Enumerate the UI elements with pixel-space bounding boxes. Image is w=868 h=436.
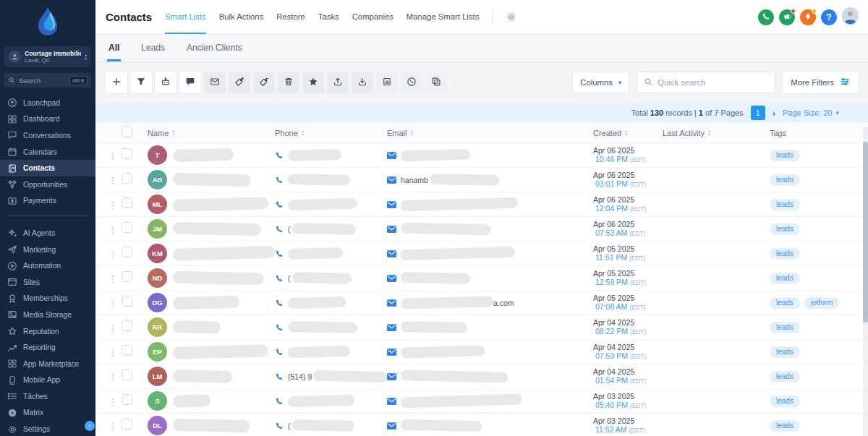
row-checkbox[interactable] bbox=[122, 345, 132, 356]
tab-bulk-actions[interactable]: Bulk Actions bbox=[219, 0, 264, 34]
sort-icon[interactable]: ▲▼ bbox=[171, 129, 175, 136]
tag-pill[interactable]: leads bbox=[770, 199, 800, 210]
email-icon[interactable] bbox=[387, 324, 396, 331]
sidebar-item-matrix[interactable]: Matrix bbox=[0, 405, 95, 422]
tab-manage-smart-lists[interactable]: Manage Smart Lists bbox=[407, 0, 479, 34]
contacts-settings-gear-icon[interactable] bbox=[506, 12, 516, 22]
phone-icon[interactable] bbox=[275, 225, 284, 234]
sidebar-item-sites[interactable]: Sites bbox=[0, 274, 95, 291]
tag-plus-button[interactable] bbox=[229, 72, 250, 93]
sidebar-item-conversations[interactable]: Conversations bbox=[0, 127, 95, 144]
phone-icon[interactable] bbox=[275, 151, 284, 160]
sidebar-item-settings[interactable]: Settings bbox=[0, 421, 95, 436]
email-icon[interactable] bbox=[387, 226, 396, 233]
tag-pill[interactable]: leads bbox=[770, 174, 800, 186]
phone-icon[interactable] bbox=[275, 422, 284, 430]
phone-icon[interactable] bbox=[275, 323, 284, 332]
email-icon[interactable] bbox=[387, 349, 396, 356]
email-icon[interactable] bbox=[387, 398, 396, 405]
table-row[interactable]: ⋮ND(Apr 05 202512:59 PM (EDT)leads bbox=[95, 266, 868, 291]
sort-icon[interactable]: ▲▼ bbox=[410, 129, 414, 136]
sidebar-item-payments[interactable]: Payments bbox=[0, 193, 95, 210]
email-icon[interactable] bbox=[387, 201, 396, 208]
table-row[interactable]: ⋮EPApr 04 202507:53 PM (EDT)leads bbox=[95, 340, 868, 364]
sidebar-item-reputation[interactable]: Reputation bbox=[0, 323, 95, 340]
next-page-icon[interactable]: › bbox=[773, 108, 775, 119]
tab-companies[interactable]: Companies bbox=[352, 0, 393, 34]
robot-button[interactable] bbox=[155, 72, 176, 93]
vertical-scrollbar[interactable] bbox=[863, 127, 868, 436]
tag-pill[interactable]: leads bbox=[770, 346, 800, 358]
phone-icon[interactable] bbox=[275, 274, 284, 283]
table-row[interactable]: ⋮KMApr 05 202511:51 PM (EDT)leads bbox=[95, 241, 868, 266]
trash-button[interactable] bbox=[278, 72, 299, 93]
row-menu-button[interactable]: ⋮ bbox=[106, 200, 120, 210]
row-menu-button[interactable]: ⋮ bbox=[106, 348, 120, 358]
sidebar-item-t-ches[interactable]: Tâches bbox=[0, 388, 95, 405]
row-menu-button[interactable]: ⋮ bbox=[106, 274, 120, 284]
notifications-button[interactable] bbox=[800, 9, 816, 25]
sidebar-item-marketing[interactable]: Marketing bbox=[0, 241, 95, 258]
tag-pill[interactable]: leads bbox=[770, 396, 800, 407]
row-menu-button[interactable]: ⋮ bbox=[106, 397, 120, 407]
row-checkbox[interactable] bbox=[122, 247, 132, 257]
phone-icon[interactable] bbox=[275, 176, 284, 184]
email-icon[interactable] bbox=[387, 299, 396, 307]
phone-icon[interactable] bbox=[275, 299, 284, 307]
smart-list-tab-all[interactable]: All bbox=[107, 37, 121, 61]
row-checkbox[interactable] bbox=[122, 369, 132, 380]
row-checkbox[interactable] bbox=[122, 296, 132, 307]
page-size-dropdown[interactable]: Page Size: 20 ▾ bbox=[783, 108, 839, 117]
phone-icon[interactable] bbox=[275, 397, 284, 406]
columns-dropdown[interactable]: Columns ▾ bbox=[572, 72, 629, 93]
sidebar-search[interactable]: Search ctrl K bbox=[4, 73, 91, 87]
sidebar-item-automation[interactable]: Automation bbox=[0, 257, 95, 274]
sidebar-item-app-marketplace[interactable]: App Marketplace bbox=[0, 356, 95, 372]
email-icon[interactable] bbox=[387, 275, 396, 282]
tab-smart-lists[interactable]: Smart Lists bbox=[165, 0, 206, 34]
more-filters-button[interactable]: More Filters bbox=[783, 72, 858, 93]
email-icon[interactable] bbox=[387, 250, 396, 257]
whatsapp-button[interactable] bbox=[401, 72, 422, 93]
sidebar-item-reporting[interactable]: Reporting bbox=[0, 339, 95, 356]
tab-tasks[interactable]: Tasks bbox=[318, 0, 339, 34]
select-all-checkbox[interactable] bbox=[122, 127, 132, 137]
tag-pill[interactable]: leads bbox=[770, 150, 800, 161]
profile-button[interactable] bbox=[842, 9, 858, 25]
phone-icon[interactable] bbox=[275, 249, 284, 258]
tag-pill[interactable]: leads bbox=[770, 297, 800, 309]
tag-pill[interactable]: leads bbox=[770, 420, 800, 432]
table-row[interactable]: ⋮DGa.comApr 05 202507:08 AM (EDT)leadsjo… bbox=[95, 291, 868, 315]
row-menu-button[interactable]: ⋮ bbox=[106, 422, 120, 432]
table-row[interactable]: ⋮TApr 06 202510:46 PM (EDT)leads bbox=[95, 143, 868, 168]
row-checkbox[interactable] bbox=[122, 197, 132, 208]
smart-list-tab-ancien-clients[interactable]: Ancien Clients bbox=[185, 37, 244, 61]
merge-contacts-button[interactable] bbox=[425, 72, 447, 93]
tag-pill[interactable]: leads bbox=[770, 371, 800, 382]
star-button[interactable] bbox=[302, 72, 324, 93]
help-button[interactable]: ? bbox=[821, 9, 837, 25]
table-row[interactable]: ⋮MLApr 06 202512:04 PM (EDT)leads bbox=[95, 192, 868, 217]
email-icon[interactable] bbox=[387, 152, 396, 159]
import-button[interactable] bbox=[352, 72, 373, 93]
sidebar-item-calendars[interactable]: Calendars bbox=[0, 144, 95, 161]
phone-icon[interactable] bbox=[275, 372, 284, 381]
row-checkbox[interactable] bbox=[122, 320, 132, 331]
envelope-button[interactable] bbox=[204, 72, 226, 93]
row-menu-button[interactable]: ⋮ bbox=[106, 151, 120, 161]
row-menu-button[interactable]: ⋮ bbox=[106, 323, 120, 333]
sidebar-item-dashboard[interactable]: Dashboard bbox=[0, 111, 95, 128]
row-checkbox[interactable] bbox=[122, 271, 132, 282]
table-row[interactable]: ⋮SApr 03 202505:40 PM (EDT)leads bbox=[95, 389, 868, 414]
tag-minus-button[interactable] bbox=[253, 72, 275, 93]
row-menu-button[interactable]: ⋮ bbox=[106, 299, 120, 309]
announcements-button[interactable] bbox=[779, 9, 795, 25]
agency-switcher[interactable]: Courtage Immobilier Laval, QC ▴▾ bbox=[4, 46, 91, 67]
sidebar-collapse-button[interactable]: ‹ bbox=[85, 421, 95, 431]
row-checkbox[interactable] bbox=[122, 173, 132, 184]
filter-button[interactable] bbox=[130, 72, 152, 93]
tab-restore[interactable]: Restore bbox=[276, 0, 305, 34]
tag-pill[interactable]: leads bbox=[770, 273, 800, 284]
smart-list-tab-leads[interactable]: Leads bbox=[140, 37, 166, 61]
row-menu-button[interactable]: ⋮ bbox=[106, 249, 120, 260]
